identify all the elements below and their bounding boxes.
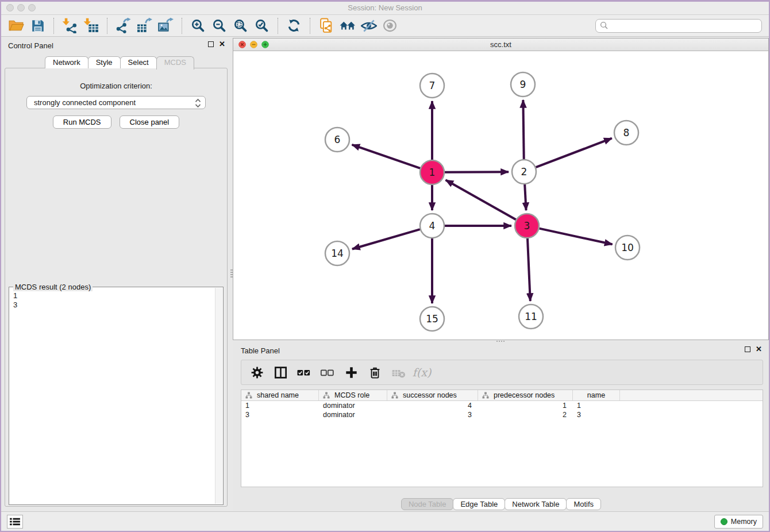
export-image-icon[interactable]: [155, 17, 176, 35]
graph-node-9[interactable]: 9: [511, 72, 535, 97]
new-network-from-selection-icon[interactable]: [315, 17, 337, 35]
column-header-name[interactable]: name: [573, 390, 620, 400]
graph-edge-1-2[interactable]: [445, 172, 509, 172]
minimize-window-icon[interactable]: [17, 4, 25, 11]
network-graph[interactable]: 7968124314101511: [233, 51, 768, 340]
unselect-all-rows-icon[interactable]: [320, 365, 335, 380]
close-panel-icon[interactable]: ✕: [219, 41, 225, 47]
show-columns-icon[interactable]: [273, 365, 288, 380]
table-row[interactable]: 3dominator323: [241, 410, 763, 419]
task-history-button[interactable]: [7, 515, 23, 529]
apply-layout-icon[interactable]: [283, 17, 305, 35]
network-view-window: scc.txt 7968124314101511: [233, 38, 769, 340]
table-cell[interactable]: 1: [241, 402, 319, 410]
save-session-icon[interactable]: [27, 17, 48, 35]
import-network-icon[interactable]: [59, 17, 80, 35]
tab-style[interactable]: Style: [88, 56, 121, 68]
network-minimize-icon[interactable]: [250, 41, 257, 48]
tab-select[interactable]: Select: [120, 56, 157, 68]
status-bar: Memory: [1, 511, 769, 531]
graph-node-10[interactable]: 10: [615, 236, 640, 260]
delete-columns-icon[interactable]: [367, 365, 382, 380]
table-tabs: Node TableEdge TableNetwork TableMotifs: [233, 498, 769, 510]
open-session-icon[interactable]: [6, 17, 27, 35]
table-cell[interactable]: 1: [478, 402, 573, 410]
tab-mcds[interactable]: MCDS: [156, 56, 194, 70]
control-panel-tabs: NetworkStyleSelectMCDS: [45, 56, 194, 70]
export-network-icon[interactable]: [113, 17, 134, 35]
table-cell[interactable]: 1: [573, 402, 620, 410]
graph-edge-4-14[interactable]: [352, 229, 420, 249]
create-column-icon[interactable]: [344, 365, 359, 380]
toolbar-separator: [310, 18, 310, 34]
graph-node-11[interactable]: 11: [519, 304, 543, 329]
fx-label: f(x): [413, 366, 432, 379]
table-cell[interactable]: 4: [387, 402, 478, 410]
mcds-result-text[interactable]: 1 3: [10, 288, 214, 504]
result-scrollbar[interactable]: [215, 288, 222, 504]
close-table-panel-icon[interactable]: ✕: [756, 346, 762, 352]
graph-edge-3-1[interactable]: [446, 180, 516, 219]
close-window-icon[interactable]: [6, 4, 14, 11]
graph-edge-2-3[interactable]: [525, 184, 526, 210]
network-canvas[interactable]: 7968124314101511: [233, 51, 768, 340]
graph-node-3[interactable]: 3: [515, 214, 539, 238]
select-all-rows-icon[interactable]: [297, 365, 311, 380]
graph-edge-1-6[interactable]: [352, 145, 421, 168]
zoom-in-icon[interactable]: [187, 17, 209, 35]
table-row[interactable]: 1dominator411: [241, 401, 763, 410]
table-cell[interactable]: 3: [387, 411, 478, 419]
column-header-successor-nodes[interactable]: successor nodes: [387, 390, 478, 400]
column-header-shared-name[interactable]: shared name: [241, 390, 319, 400]
table-cell[interactable]: dominator: [319, 411, 387, 419]
criterion-select[interactable]: strongly connected component: [26, 96, 206, 109]
graph-node-2[interactable]: 2: [512, 160, 536, 184]
zoom-selected-icon[interactable]: [251, 17, 272, 35]
first-neighbors-icon[interactable]: [337, 17, 358, 35]
svg-text:10: 10: [621, 242, 634, 253]
node-table: shared nameMCDS rolesuccessor nodesprede…: [241, 390, 763, 487]
tab-node-table[interactable]: Node Table: [401, 498, 454, 510]
graph-edge-3-10[interactable]: [539, 229, 612, 245]
tab-motifs[interactable]: Motifs: [566, 498, 601, 510]
svg-text:1: 1: [429, 167, 436, 178]
column-header-mcds-role[interactable]: MCDS role: [319, 390, 387, 400]
graph-node-8[interactable]: 8: [614, 121, 638, 145]
graph-edge-2-9[interactable]: [523, 100, 523, 159]
tab-edge-table[interactable]: Edge Table: [453, 498, 505, 510]
hide-graphics-details-icon[interactable]: [358, 17, 379, 35]
search-input[interactable]: [609, 21, 757, 30]
graph-node-6[interactable]: 6: [325, 128, 349, 152]
import-table-icon[interactable]: [80, 17, 102, 35]
table-cell[interactable]: dominator: [319, 402, 387, 410]
column-header-label: shared name: [257, 391, 299, 399]
network-maximize-icon[interactable]: [261, 41, 269, 48]
table-mode-gear-icon[interactable]: [249, 365, 264, 380]
zoom-fit-icon[interactable]: [230, 17, 251, 35]
tab-network[interactable]: Network: [45, 56, 88, 68]
graph-node-15[interactable]: 15: [420, 307, 444, 331]
graph-node-1[interactable]: 1: [420, 160, 444, 184]
graph-node-7[interactable]: 7: [420, 74, 444, 98]
zoom-out-icon[interactable]: [209, 17, 230, 35]
float-table-panel-icon[interactable]: [745, 346, 750, 352]
graph-edge-3-11[interactable]: [528, 238, 530, 301]
column-header-predecessor-nodes[interactable]: predecessor nodes: [478, 390, 573, 400]
table-cell[interactable]: 3: [241, 411, 319, 419]
graph-edge-2-8[interactable]: [536, 138, 612, 168]
network-close-icon[interactable]: [238, 41, 246, 48]
tab-network-table[interactable]: Network Table: [505, 498, 567, 510]
table-cell[interactable]: 2: [478, 411, 573, 419]
memory-button[interactable]: Memory: [714, 515, 763, 529]
run-mcds-button[interactable]: Run MCDS: [53, 115, 111, 129]
float-panel-icon[interactable]: [208, 41, 214, 47]
svg-text:8: 8: [623, 127, 630, 138]
graph-node-4[interactable]: 4: [420, 214, 444, 238]
vertical-splitter-grip[interactable]: [230, 268, 233, 279]
search-box[interactable]: [595, 19, 762, 33]
export-table-icon[interactable]: [134, 17, 155, 35]
table-cell[interactable]: 3: [573, 411, 620, 419]
maximize-window-icon[interactable]: [28, 4, 36, 11]
close-panel-button[interactable]: Close panel: [120, 115, 180, 129]
graph-node-14[interactable]: 14: [325, 241, 349, 265]
